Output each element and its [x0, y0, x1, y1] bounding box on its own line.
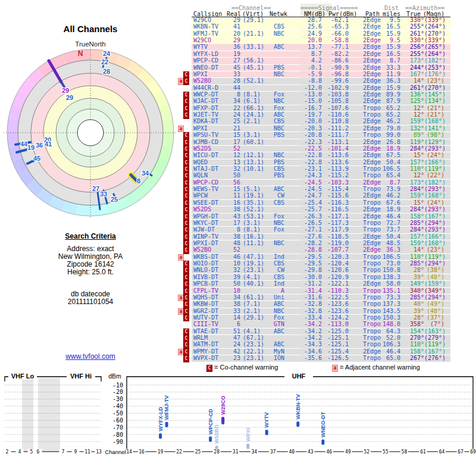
- cell-true-az: 284°: [400, 186, 424, 193]
- cell-real: 8: [222, 227, 240, 233]
- cell-magn-az: (98°): [424, 132, 444, 139]
- cell-callsign: W52DS: [193, 206, 222, 213]
- cell-netwk: Fox: [263, 227, 284, 233]
- adjacent-channel-warning-icon: a: [178, 254, 184, 261]
- cell-true-az: 244°: [400, 65, 424, 71]
- cell-path: Tropo: [349, 227, 381, 233]
- cell-netwk: [263, 78, 284, 84]
- cell-nm: -33.4: [284, 315, 322, 321]
- cell-virt: (53.1): [243, 214, 264, 220]
- cell-path: 2Edge: [349, 92, 381, 98]
- cell-pwr: -117.3: [322, 220, 349, 227]
- radar-channel-label: 27: [92, 185, 99, 192]
- cell-callsign: WPCP-CD: [193, 180, 222, 186]
- cell-virt: [243, 51, 264, 58]
- cell-path: Tropo: [349, 166, 381, 173]
- cell-path: 2Edge: [349, 180, 381, 186]
- cell-virt: (13.1): [243, 159, 264, 166]
- cell-callsign: WJAC-DT: [193, 98, 222, 105]
- cell-callsign: WJMB-CD: [193, 139, 222, 146]
- co-channel-warning-icon: C: [183, 281, 189, 288]
- table-row: WPXI33NBC-5.9-96.82Edge11.9167°(176°): [192, 71, 450, 78]
- cell-nm: -22.5: [284, 146, 322, 152]
- co-channel-warning-icon: C: [183, 349, 189, 356]
- cell-true-az: 267°: [400, 355, 424, 362]
- cell-magn-az: (264°): [424, 51, 444, 58]
- table-row: WFXP-DT22(66.1)Fox-16.7-107.6Tropo65.212…: [192, 105, 450, 112]
- cell-pwr: -96.8: [322, 71, 349, 78]
- table-row: WVPX-DT23(23.1)ION-35.6-126.5Tropo65.026…: [192, 355, 450, 362]
- cell-true-az: 12°: [400, 112, 424, 118]
- co-channel-warning-icon: C: [183, 308, 189, 315]
- table-row: WICU-DT12(12.1)NBC-22.8-113.62Edge67.515…: [192, 152, 450, 159]
- cell-netwk: NBC: [263, 98, 284, 105]
- cell-virt: (29.1): [243, 315, 264, 321]
- dbm-tick-label: -70: [112, 424, 123, 431]
- cell-virt: [243, 180, 264, 186]
- cell-nm: 20.0: [284, 37, 322, 44]
- cell-true-az: 173°: [400, 58, 424, 64]
- cell-callsign: KDKA-DT: [193, 118, 222, 125]
- cell-nm: -25.7: [284, 206, 322, 213]
- table-row: WJMB-CD17(60.1)-22.3-113.12Edge26.8119°(…: [192, 139, 450, 146]
- cell-netwk: NBC: [263, 126, 284, 132]
- cell-true-az: 270°: [400, 335, 424, 342]
- cell-true-az: 14°: [400, 78, 424, 84]
- cell-nm: -28.8: [284, 247, 322, 253]
- cell-pwr: -120.6: [322, 267, 349, 274]
- cell-miles: 137.3: [381, 301, 400, 308]
- cell-true-az: 110°: [400, 166, 424, 173]
- cell-netwk: CBS: [263, 118, 284, 125]
- cell-pwr: -99.6: [322, 78, 349, 84]
- dbm-tick-label: -60: [112, 417, 123, 424]
- cell-netwk: CBS: [263, 200, 284, 206]
- table-row: KDKA-DT25(2.1)CBS-20.0-110.82Edge46.2159…: [192, 118, 450, 125]
- cell-path: 2Edge: [349, 349, 381, 355]
- signal-bar-label: WYTV: [264, 412, 270, 428]
- signal-bar: [265, 430, 268, 435]
- cell-path: 2Edge: [349, 214, 381, 220]
- cell-path: 2Edge: [349, 152, 381, 159]
- channel-tick-label: 5: [30, 449, 33, 455]
- signal-bar: [321, 440, 324, 445]
- search-criteria-heading: Search Criteria: [19, 232, 162, 240]
- cell-miles: 9.5: [381, 37, 400, 44]
- cell-miles: 46.2: [381, 118, 400, 125]
- cell-nm: -20.0: [284, 118, 322, 125]
- cell-pwr: -111.7: [322, 132, 349, 139]
- cell-netwk: Uni: [263, 295, 284, 301]
- cell-miles: 52.0: [381, 335, 400, 342]
- tvfool-link[interactable]: www.tvfool.com: [65, 352, 115, 361]
- cell-magn-az: (182°): [424, 58, 444, 64]
- cell-real: 45: [222, 65, 240, 71]
- co-channel-warning-icon: C: [183, 274, 189, 281]
- cell-virt: (33.1): [243, 44, 264, 51]
- cell-virt: (7.1): [243, 301, 264, 308]
- cell-path: Tropo: [349, 288, 381, 295]
- channel-tick-label: 2: [6, 449, 9, 455]
- criteria-zipcode: Zipcode 16142: [19, 260, 162, 268]
- channel-axis-label: Channel: [105, 449, 126, 455]
- table-row: CIII-TV6GTN-34.2-113.0Tropo148.0358°(7°): [192, 321, 450, 328]
- cell-netwk: ABC: [263, 44, 284, 51]
- cell-callsign: WINP-TV: [193, 234, 222, 240]
- cell-nm: -34.2: [284, 328, 322, 335]
- cell-pwr: -125.1: [322, 335, 349, 342]
- cell-callsign: WGRZ-DT: [193, 308, 222, 315]
- cell-callsign: WTAE-DT: [193, 328, 222, 335]
- cell-callsign: WYTV: [193, 44, 222, 51]
- cell-path: 2Edge: [349, 146, 381, 152]
- cell-magn-az: (339°): [424, 17, 444, 24]
- channel-tick-label: 43: [308, 449, 314, 455]
- cell-miles: 18.9: [381, 146, 400, 152]
- radar-channel-label: 19: [27, 144, 35, 151]
- co-channel-warning-icon: C: [183, 335, 189, 342]
- table-row: WEWS-TV15(5.1)ABC-24.5-115.4Tropo73.9284…: [192, 186, 450, 193]
- cell-callsign: WNEO-DT: [193, 65, 222, 71]
- cell-virt: [243, 37, 264, 44]
- cell-path: Tropo: [349, 200, 381, 206]
- cell-callsign: CFPL-TV: [193, 288, 222, 295]
- cell-true-az: 40°: [400, 301, 424, 308]
- cell-miles: 73.3: [381, 295, 400, 301]
- cell-nm: -29.8: [284, 267, 322, 274]
